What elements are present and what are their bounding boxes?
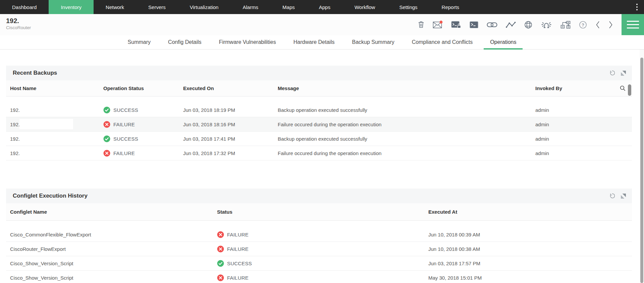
- next-device-icon[interactable]: [608, 20, 613, 29]
- performance-graph-icon[interactable]: [506, 21, 516, 28]
- column-status: Status: [217, 209, 428, 215]
- help-icon[interactable]: ?: [579, 21, 587, 29]
- configlet-history-panel: Configlet Execution History Configlet Na…: [6, 189, 632, 283]
- operation-status-cell: FAILURE: [103, 121, 183, 128]
- column-operation-status: Operation Status: [103, 85, 183, 91]
- executed-at-cell: Jun 10, 2018 00:39 AM: [428, 232, 632, 237]
- configlet-row: CiscoRouter_FlowExport FAILURE Jun 10, 2…: [6, 242, 632, 256]
- mail-notification-icon[interactable]: [433, 20, 443, 29]
- configlet-row: Cisco_Show_Version_Script SUCCESS Jun 03…: [6, 256, 632, 271]
- status-cell: FAILURE: [217, 231, 428, 238]
- connection-icon[interactable]: [487, 21, 497, 28]
- status-label: FAILURE: [113, 150, 135, 156]
- redaction-overlay: [19, 119, 73, 129]
- nav-item-virtualization[interactable]: Virtualization: [178, 0, 231, 14]
- table-scrollbar-thumb[interactable]: [628, 84, 631, 96]
- column-executed-on: Executed On: [183, 85, 278, 91]
- app-window: Dashboard Inventory Network Servers Virt…: [0, 0, 644, 283]
- tab-hardware-details[interactable]: Hardware Details: [287, 35, 341, 49]
- status-label: SUCCESS: [227, 261, 252, 266]
- success-status-icon: [103, 107, 110, 114]
- nav-item-inventory[interactable]: Inventory: [49, 0, 94, 14]
- page-scrollbar: [640, 50, 644, 283]
- message-cell: Backup operation executed successfully: [278, 107, 535, 113]
- failure-status-icon: [217, 245, 224, 253]
- status-label: FAILURE: [113, 122, 135, 127]
- backup-row: 192. SUCCESS Jun 03, 2018 18:19 PM Backu…: [6, 103, 632, 117]
- device-header-bar: 192. CiscoRouter: [0, 14, 644, 35]
- kebab-menu-icon[interactable]: [630, 0, 644, 14]
- alarm-icon[interactable]: [541, 20, 552, 29]
- backup-row: 192. SUCCESS Jun 03, 2018 17:41 PM Backu…: [6, 132, 632, 146]
- operation-status-cell: SUCCESS: [103, 135, 183, 142]
- executed-at-cell: May 30, 2018 15:01 PM: [428, 275, 632, 281]
- status-cell: FAILURE: [217, 245, 428, 253]
- failure-status-icon: [217, 274, 224, 281]
- host-name-cell: 192.: [6, 150, 103, 156]
- operation-status-cell: SUCCESS: [103, 107, 183, 114]
- device-tabs: Summary Config Details Firmware Vulnerab…: [0, 35, 644, 50]
- nav-item-reports[interactable]: Reports: [430, 0, 472, 14]
- tab-firmware-vulnerabilities[interactable]: Firmware Vulnerabilities: [213, 35, 282, 49]
- menu-hamburger-button[interactable]: [622, 14, 644, 35]
- delete-icon[interactable]: [418, 21, 424, 28]
- executed-at-cell: Jun 03, 2018 17:57 PM: [428, 261, 632, 266]
- failure-status-icon: [103, 150, 110, 157]
- status-label: FAILURE: [227, 275, 249, 281]
- executed-on-cell: Jun 03, 2018 18:16 PM: [183, 122, 278, 127]
- refresh-icon[interactable]: [609, 193, 615, 199]
- recent-backups-header: Recent Backups: [6, 66, 632, 80]
- invoked-by-cell: admin: [535, 136, 613, 142]
- backup-row: 192. FAILURE Jun 03, 2018 18:16 PM Failu…: [6, 117, 632, 132]
- success-status-icon: [103, 135, 110, 142]
- tab-backup-summary[interactable]: Backup Summary: [345, 35, 400, 49]
- secure-terminal-icon[interactable]: [451, 21, 461, 28]
- message-cell: Backup operation executed successfully: [278, 136, 535, 142]
- tab-summary[interactable]: Summary: [121, 35, 157, 49]
- panel-title: Configlet Execution History: [13, 193, 88, 199]
- message-cell: Failure occured during the operation exe…: [278, 122, 535, 127]
- web-icon[interactable]: [524, 21, 532, 29]
- panel-title: Recent Backups: [13, 70, 57, 76]
- table-top-spacer: [6, 221, 632, 227]
- nav-item-dashboard[interactable]: Dashboard: [0, 0, 49, 14]
- nav-item-apps[interactable]: Apps: [307, 0, 342, 14]
- status-label: FAILURE: [227, 246, 249, 252]
- page-scrollbar-thumb[interactable]: [640, 58, 643, 283]
- configlet-history-header: Configlet Execution History: [6, 189, 632, 203]
- executed-on-cell: Jun 03, 2018 17:41 PM: [183, 136, 278, 142]
- column-message: Message: [278, 85, 535, 91]
- nav-item-settings[interactable]: Settings: [387, 0, 429, 14]
- executed-on-cell: Jun 03, 2018 17:32 PM: [183, 150, 278, 156]
- top-navigation: Dashboard Inventory Network Servers Virt…: [0, 0, 644, 14]
- tab-operations[interactable]: Operations: [484, 35, 523, 49]
- nav-item-workflow[interactable]: Workflow: [342, 0, 387, 14]
- tab-config-details[interactable]: Config Details: [162, 35, 208, 49]
- previous-device-icon[interactable]: [595, 20, 600, 29]
- tab-compliance-and-conflicts[interactable]: Compliance and Conflicts: [406, 35, 479, 49]
- expand-icon[interactable]: [621, 71, 626, 76]
- workflow-map-icon[interactable]: [560, 21, 571, 29]
- configlet-name-cell: CiscoRouter_FlowExport: [6, 246, 217, 252]
- expand-icon[interactable]: [621, 194, 626, 199]
- backups-table-header: Host Name Operation Status Executed On M…: [6, 80, 632, 96]
- invoked-by-cell: admin: [535, 107, 613, 113]
- status-cell: SUCCESS: [217, 260, 428, 267]
- nav-item-alarms[interactable]: Alarms: [230, 0, 270, 14]
- configlet-row: Cisco_CommonFlexible_FlowExport FAILURE …: [6, 227, 632, 242]
- status-label: SUCCESS: [113, 136, 138, 142]
- status-cell: FAILURE: [217, 274, 428, 281]
- host-name-cell: 192.: [6, 107, 103, 113]
- column-executed-at: Executed At: [428, 209, 632, 215]
- backup-row: 192. FAILURE Jun 03, 2018 17:32 PM Failu…: [6, 146, 632, 160]
- device-toolbar: ?: [418, 14, 644, 35]
- configlet-table-header: Configlet Name Status Executed At: [6, 203, 632, 221]
- refresh-icon[interactable]: [609, 70, 615, 76]
- terminal-icon[interactable]: [470, 21, 478, 28]
- nav-item-maps[interactable]: Maps: [270, 0, 307, 14]
- host-name-cell: 192.: [6, 136, 103, 142]
- column-configlet-name: Configlet Name: [6, 209, 217, 215]
- nav-item-servers[interactable]: Servers: [136, 0, 178, 14]
- nav-item-network[interactable]: Network: [94, 0, 136, 14]
- invoked-by-cell: admin: [535, 122, 613, 127]
